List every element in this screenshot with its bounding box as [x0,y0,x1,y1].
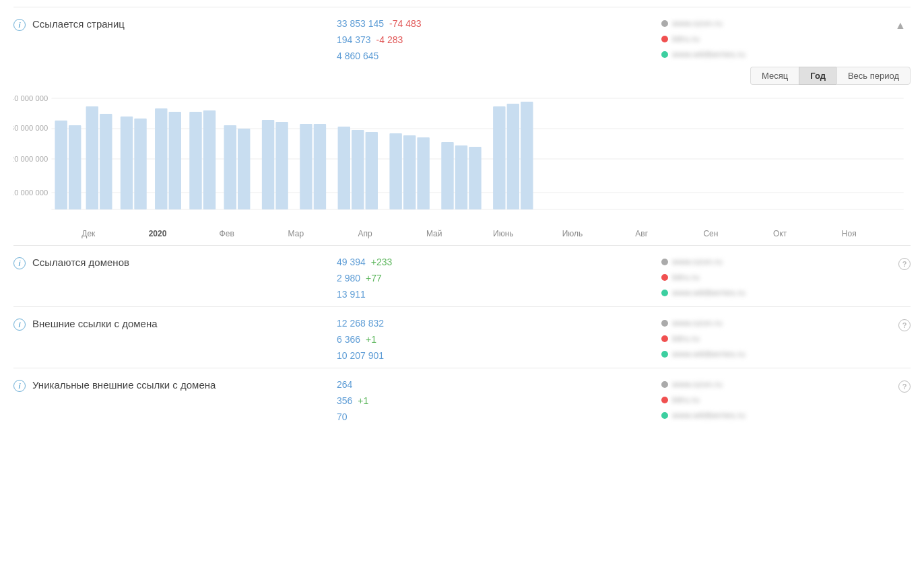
section-actions-3: ? [890,318,911,331]
svg-rect-34 [493,106,505,209]
chart-x-label-7: Июль [538,229,607,238]
section-title-1: Ссылается страниц [32,18,180,30]
page: i Ссылается страниц 33 853 145 -74 483 1… [0,0,924,565]
section-metrics-2: 49 394 +233 2 980 +77 13 911 [337,257,661,300]
collapse-icon-1[interactable]: ▲ [895,20,906,32]
period-btn-all[interactable]: Весь период [836,67,911,85]
section-domains-2: www.ozon.ru bitru.ru www.wildberries.ru [661,257,890,298]
domain-row-3-2: www.wildberries.ru [661,349,890,359]
svg-rect-18 [203,110,216,209]
chart-x-label-10: Окт [746,229,815,238]
chart-svg: 40 000 000 30 000 000 20 000 000 10 000 … [13,92,911,226]
svg-rect-30 [417,137,429,209]
metric-delta-2-0: +233 [371,257,393,267]
section-actions-2: ? [890,257,911,270]
domain-text-1-2: www.wildberries.ru [672,49,745,59]
section-actions-1: ▲ [890,18,911,32]
domain-row-2-1: bitru.ru [661,272,890,282]
section-unikalnye-ssylki: i Уникальные внешние ссылки с домена 264… [13,368,911,429]
info-icon-4[interactable]: i [13,380,26,392]
metric-value-2-2: 13 911 [337,289,366,300]
metric-value-row-4-1: 356 +1 [337,395,661,406]
section-metrics-3: 12 268 832 6 366 +1 10 207 901 [337,318,661,361]
svg-rect-11 [86,106,98,209]
section-ssylaetsya-stranits: i Ссылается страниц 33 853 145 -74 483 1… [13,7,911,245]
section-title-3: Внешние ссылки с домена [32,318,180,329]
metric-delta-1-1: -4 283 [376,34,403,45]
metric-value-row-2-2: 13 911 [337,289,661,300]
svg-rect-17 [189,112,201,209]
dot-3-2 [661,351,668,358]
domain-text-3-0: www.ozon.ru [672,318,722,328]
svg-rect-13 [121,117,133,209]
svg-rect-21 [262,120,274,209]
chart-x-label-11: Ноя [814,229,884,238]
dot-4-1 [661,397,668,403]
dot-2-2 [661,290,668,296]
dot-3-1 [661,335,668,342]
svg-rect-20 [238,129,250,209]
domain-text-2-0: www.ozon.ru [672,257,722,267]
metric-value-row-3-0: 12 268 832 [337,318,661,329]
metric-value-3-1: 6 366 [337,334,360,345]
chart-x-label-5: Май [399,229,469,238]
metric-value-4-2: 70 [337,411,348,422]
svg-rect-10 [69,125,81,209]
svg-rect-31 [441,142,453,209]
question-icon-2[interactable]: ? [898,258,911,270]
svg-text:20 000 000: 20 000 000 [13,155,48,163]
dot-4-2 [661,412,668,419]
domain-row-1-0: www.ozon.ru [661,18,890,28]
domain-row-2-0: www.ozon.ru [661,257,890,267]
info-icon-3[interactable]: i [13,319,26,331]
domain-row-4-1: bitru.ru [661,395,890,405]
svg-rect-22 [275,122,288,209]
period-btn-month[interactable]: Месяц [750,67,799,85]
metric-value-4-0: 264 [337,379,352,390]
info-icon-2[interactable]: i [13,257,26,269]
metric-value-row-1-2: 4 860 645 [337,51,661,61]
period-btn-year[interactable]: Год [799,67,836,85]
domain-text-1-1: bitru.ru [672,34,699,44]
domain-row-3-1: bitru.ru [661,333,890,343]
metric-value-row-1-1: 194 373 -4 283 [337,34,661,45]
svg-rect-33 [469,147,481,209]
svg-rect-36 [521,102,533,209]
svg-rect-14 [134,119,146,209]
section-ssylayutsya-domenov: i Ссылаются доменов 49 394 +233 2 980 +7… [13,245,911,306]
metric-value-3-0: 12 268 832 [337,318,384,329]
metric-value-1-1: 194 373 [337,34,371,45]
domain-text-3-2: www.wildberries.ru [672,349,745,359]
metric-delta-4-1: +1 [358,395,368,406]
svg-rect-9 [55,121,67,209]
info-icon-1[interactable]: i [13,19,26,31]
domain-row-3-0: www.ozon.ru [661,318,890,328]
svg-rect-35 [507,104,519,209]
metric-delta-2-1: +77 [366,273,382,284]
metric-value-3-2: 10 207 901 [337,350,384,361]
domain-text-4-1: bitru.ru [672,395,699,405]
svg-rect-25 [338,127,350,209]
dot-2-1 [661,274,668,281]
question-icon-4[interactable]: ? [898,380,911,393]
metric-value-row-3-1: 6 366 +1 [337,334,661,345]
metric-value-row-2-1: 2 980 +77 [337,273,661,284]
section-vneshnie-ssylki: i Внешние ссылки с домена 12 268 832 6 3… [13,306,911,368]
dot-2-0 [661,259,668,265]
chart-x-label-6: Июнь [469,229,538,238]
metric-value-1-2: 4 860 645 [337,51,378,61]
metric-value-row-4-2: 70 [337,411,661,422]
section-domains-3: www.ozon.ru bitru.ru www.wildberries.ru [661,318,890,359]
dot-1-2 [661,51,668,58]
metrics-values-4: 264 356 +1 70 [337,379,661,422]
chart-x-label-2: Фев [192,229,261,238]
svg-text:10 000 000: 10 000 000 [13,189,48,197]
svg-text:30 000 000: 30 000 000 [13,124,48,132]
svg-rect-27 [366,132,378,209]
metrics-values-1: 33 853 145 -74 483 194 373 -4 283 4 860 … [337,18,661,61]
section-domains-1: www.ozon.ru bitru.ru www.wildberries.ru [661,18,890,59]
chart-x-label-3: Мар [261,229,331,238]
section-metrics-4: 264 356 +1 70 [337,379,661,422]
chart-x-labels: Дек 2020 Фев Мар Апр Май Июнь Июль Авг С… [13,229,911,238]
question-icon-3[interactable]: ? [898,319,911,331]
